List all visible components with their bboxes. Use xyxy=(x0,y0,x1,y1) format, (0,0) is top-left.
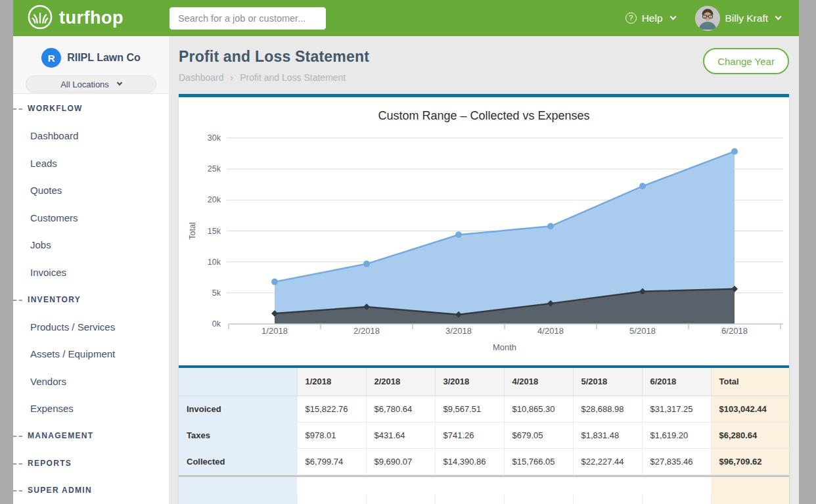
breadcrumb: Dashboard › Profit and Loss Statement xyxy=(179,72,369,83)
sidebar-item-jobs[interactable]: Jobs xyxy=(13,231,169,259)
sidebar-item-dashboard[interactable]: Dashboard xyxy=(13,122,169,150)
y-tick-label: 0k xyxy=(212,319,221,329)
company-name: RIIPL Lawn Co xyxy=(67,52,141,64)
cell-value: $0.00 xyxy=(573,494,642,504)
sidebar-section-inventory[interactable]: INVENTORY xyxy=(13,286,169,313)
row-total: $96,709.62 xyxy=(711,448,789,474)
search-input[interactable] xyxy=(170,7,326,30)
tree-dash-icon xyxy=(13,108,22,110)
sidebar-section-workflow[interactable]: WORKFLOW xyxy=(13,95,169,123)
sidebar: R RIIPL Lawn Co All Locations WORKFLOWDa… xyxy=(13,36,169,504)
table-header-row: 1/20182/20183/20184/20185/20186/2018Tota… xyxy=(179,368,789,396)
table-row-collected: Collected$6,799.74$9,690.07$14,390.86$15… xyxy=(179,448,789,474)
breadcrumb-dashboard[interactable]: Dashboard xyxy=(179,72,224,83)
y-tick-label: 30k xyxy=(208,133,221,143)
column-header: Total xyxy=(711,368,789,396)
main-content: Profit and Loss Statement Dashboard › Pr… xyxy=(169,36,799,504)
sidebar-item-products-services[interactable]: Products / Services xyxy=(13,313,169,341)
avatar[interactable] xyxy=(695,6,720,31)
company[interactable]: R RIIPL Lawn Co xyxy=(13,48,169,68)
brand-name: turfhop xyxy=(59,8,124,28)
x-axis-title: Month xyxy=(493,342,516,352)
chevron-down-icon xyxy=(669,14,676,20)
row-label: Collected xyxy=(179,448,297,474)
sidebar-item-expenses[interactable]: Expenses xyxy=(13,395,169,423)
x-tick-label: 1/2018 xyxy=(261,326,288,336)
breadcrumb-current: Profit and Loss Statement xyxy=(240,72,346,83)
help-label: Help xyxy=(642,12,663,24)
page-header: Profit and Loss Statement Dashboard › Pr… xyxy=(179,36,789,94)
data-point-collected[interactable] xyxy=(271,279,278,285)
cell-value: $9,567.51 xyxy=(435,396,504,422)
table-row-taxes: Taxes$978.01$431.64$741.26$679.05$1,831.… xyxy=(179,422,789,448)
cell-value: $10,865.30 xyxy=(504,396,573,422)
column-header: 2/2018 xyxy=(366,368,435,396)
x-tick-label: 5/2018 xyxy=(629,326,656,336)
cell-value: $6,799.74 xyxy=(297,448,366,474)
cell-value: $6,780.64 xyxy=(366,396,435,422)
tree-dash-icon xyxy=(13,463,22,465)
cell-value: $28,688.98 xyxy=(573,396,642,422)
window-edge-left xyxy=(0,0,13,504)
y-axis-title: Total xyxy=(188,222,197,239)
sidebar-section-management[interactable]: MANAGEMENT xyxy=(13,423,169,450)
area-chart: 0k5k10k15k20k25k30k1/20182/20183/20184/2… xyxy=(179,97,789,365)
user-name: Billy Kraft xyxy=(725,12,768,24)
data-point-collected[interactable] xyxy=(455,231,462,238)
data-point-collected[interactable] xyxy=(363,261,370,267)
pnl-table: 1/20182/20183/20184/20185/20186/2018Tota… xyxy=(179,368,789,504)
x-tick-label: 2/2018 xyxy=(353,326,380,336)
cell-value: $0.00 xyxy=(297,494,366,504)
chart-card: Custom Range – Collected vs Expenses 0k5… xyxy=(179,94,789,365)
help-menu[interactable]: ? Help xyxy=(625,12,675,24)
brand[interactable]: turfhop xyxy=(28,5,170,32)
turfhop-logo-icon xyxy=(28,5,53,32)
page-title: Profit and Loss Statement xyxy=(179,48,369,66)
chevron-down-icon xyxy=(775,14,782,20)
cell-value: $1,831.48 xyxy=(573,422,642,448)
x-tick-label: 6/2018 xyxy=(721,326,748,336)
cell-value: $15,766.05 xyxy=(504,448,573,474)
tree-dash-icon xyxy=(13,436,22,437)
sidebar-item-invoices[interactable]: Invoices xyxy=(13,259,169,286)
app-window: turfhop ? Help xyxy=(13,0,799,504)
chevron-down-icon xyxy=(117,80,122,85)
sidebar-item-quotes[interactable]: Quotes xyxy=(13,177,169,204)
sidebar-item-assets-equipment[interactable]: Assets / Equipment xyxy=(13,340,169,368)
sidebar-section-label: REPORTS xyxy=(28,459,72,468)
location-selector[interactable]: All Locations xyxy=(26,76,156,93)
cell-value: $9,690.07 xyxy=(366,448,435,474)
cell-value: $0.00 xyxy=(435,494,504,504)
window-edge-right xyxy=(799,0,816,504)
user-menu[interactable]: Billy Kraft xyxy=(695,6,781,31)
column-header: 1/2018 xyxy=(297,368,366,396)
company-avatar: R xyxy=(41,48,61,68)
sidebar-section-reports[interactable]: REPORTS xyxy=(13,449,169,477)
cell-value: $1,619.20 xyxy=(642,422,711,448)
y-tick-label: 25k xyxy=(208,164,221,173)
data-point-collected[interactable] xyxy=(731,148,738,154)
x-tick-label: 4/2018 xyxy=(537,326,564,336)
column-header: 3/2018 xyxy=(435,368,504,396)
row-label: Invoiced xyxy=(179,396,297,422)
sidebar-item-vendors[interactable]: Vendors xyxy=(13,368,169,396)
cell-value: $15,822.76 xyxy=(297,396,366,422)
x-tick-label: 3/2018 xyxy=(445,326,472,336)
sidebar-section-label: SUPER ADMIN xyxy=(28,486,92,495)
tree-dash-icon xyxy=(13,300,22,301)
cell-value: $27,835.46 xyxy=(642,448,711,474)
table-row-invoiced: Invoiced$15,822.76$6,780.64$9,567.51$10,… xyxy=(179,396,789,422)
row-total: $1,401.23 xyxy=(711,494,789,504)
breadcrumb-separator-icon: › xyxy=(231,72,234,83)
data-point-collected[interactable] xyxy=(639,183,646,189)
sidebar-section-label: INVENTORY xyxy=(28,295,81,304)
sidebar-section-super-admin[interactable]: SUPER ADMIN xyxy=(13,477,169,504)
column-header: 5/2018 xyxy=(573,368,642,396)
question-icon: ? xyxy=(625,12,637,24)
column-header xyxy=(179,368,297,396)
sidebar-item-customers[interactable]: Customers xyxy=(13,204,169,232)
data-point-collected[interactable] xyxy=(547,223,554,229)
column-header: 4/2018 xyxy=(504,368,573,396)
sidebar-item-leads[interactable]: Leads xyxy=(13,150,169,177)
change-year-button[interactable]: Change Year xyxy=(703,48,789,74)
